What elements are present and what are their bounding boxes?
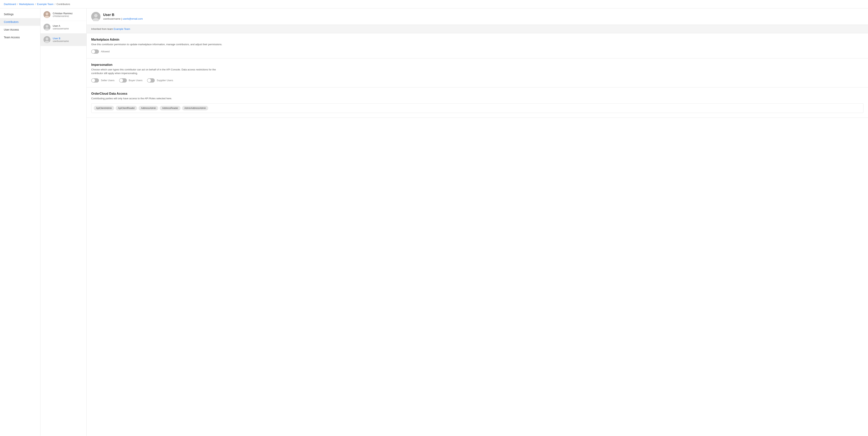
sidebar-item-contributors[interactable]: Contributors — [0, 18, 40, 26]
inherited-team-link[interactable]: Example Team — [114, 28, 130, 30]
avatar-usera — [43, 24, 51, 31]
contributor-name-crhistian: Crhistian Ramirez — [53, 12, 72, 15]
user-header: User B userbusername | userb@email.com — [87, 8, 868, 25]
contributor-info-userb: User B userbusername — [53, 37, 69, 42]
user-separator: | — [121, 17, 123, 20]
buyer-users-label: Buyer Users — [129, 79, 143, 82]
user-header-info: User B userbusername | userb@email.com — [103, 13, 143, 20]
breadcrumb-sep-2: / — [35, 3, 36, 6]
svg-point-7 — [45, 37, 48, 40]
contributor-name-usera: User A — [53, 25, 69, 27]
user-display-name: User B — [103, 13, 143, 17]
breadcrumb-example-team[interactable]: Example Team — [37, 3, 54, 6]
contributor-info-crhistian: Crhistian Ramirez crhistianramirez — [53, 12, 72, 18]
svg-point-4 — [45, 25, 48, 28]
tags-container: ApiClientAdminApiClientReaderAddressAdmi… — [91, 103, 863, 113]
main-content: User B userbusername | userb@email.com I… — [87, 8, 868, 436]
marketplace-admin-desc: Give this contributor permission to upda… — [91, 42, 226, 46]
marketplace-admin-title: Marketplace Admin — [91, 38, 863, 41]
buyer-users-toggle[interactable] — [119, 78, 127, 83]
svg-point-10 — [94, 14, 98, 17]
user-username-text: userbusername — [103, 17, 121, 20]
inherited-banner: Inherited from team Example Team — [87, 25, 868, 33]
marketplace-admin-toggle-label: Allowed — [101, 50, 110, 53]
breadcrumb-sep-3: / — [55, 3, 55, 6]
data-access-desc: Contributing parties will only have acce… — [91, 97, 226, 100]
user-email-link[interactable]: userb@email.com — [123, 17, 143, 20]
contributor-item-userb[interactable]: User B userbusername — [40, 33, 86, 46]
svg-point-1 — [45, 12, 48, 15]
tag-apiclientreader: ApiClientReader — [116, 106, 137, 111]
sidebar: Settings Contributors User Access Team A… — [0, 8, 40, 436]
tag-addressreader: AddressReader — [160, 106, 180, 111]
breadcrumb-dashboard[interactable]: Dashboard — [4, 3, 16, 6]
seller-users-label: Seller Users — [101, 79, 115, 82]
user-sub-info: userbusername | userb@email.com — [103, 17, 143, 20]
tag-apiclientadmin: ApiClientAdmin — [94, 106, 114, 111]
breadcrumb-sep-1: / — [17, 3, 18, 6]
contributor-name-userb[interactable]: User B — [53, 37, 69, 40]
breadcrumb: Dashboard / Marketplaces / Example Team … — [0, 0, 868, 8]
buyer-users-toggle-row: Buyer Users — [119, 78, 143, 83]
avatar-crhistian — [43, 11, 51, 18]
supplier-users-label: Supplier Users — [157, 79, 173, 82]
data-access-title: OrderCloud Data Access — [91, 92, 863, 95]
avatar-userb — [43, 36, 51, 43]
impersonation-section: Impersonation Choose which user types th… — [87, 59, 868, 87]
contributor-info-usera: User A userausername — [53, 25, 69, 30]
contributor-username-crhistian: crhistianramirez — [53, 15, 72, 18]
marketplace-admin-toggle[interactable] — [91, 50, 99, 54]
contributor-item-crhistian[interactable]: Crhistian Ramirez crhistianramirez — [40, 8, 86, 21]
impersonation-title: Impersonation — [91, 63, 863, 67]
breadcrumb-marketplaces[interactable]: Marketplaces — [19, 3, 34, 6]
impersonation-desc: Choose which user types this contributor… — [91, 68, 226, 75]
impersonation-toggles: Seller Users Buyer Users Supplier Users — [91, 78, 863, 83]
contributors-list: Crhistian Ramirez crhistianramirez User … — [40, 8, 87, 436]
supplier-users-toggle-row: Supplier Users — [147, 78, 173, 83]
avatar-userb-large — [91, 12, 100, 21]
tag-adminaddressadmin: AdminAddressAdmin — [182, 106, 208, 111]
supplier-users-toggle[interactable] — [147, 78, 155, 83]
layout: Settings Contributors User Access Team A… — [0, 8, 868, 436]
marketplace-admin-toggle-row: Allowed — [91, 50, 863, 54]
sidebar-item-user-access[interactable]: User Access — [0, 26, 40, 33]
contributor-username-usera: userausername — [53, 27, 69, 30]
breadcrumb-current: Contributors — [57, 3, 70, 6]
sidebar-item-team-access[interactable]: Team Access — [0, 33, 40, 41]
seller-users-toggle[interactable] — [91, 78, 99, 83]
inherited-text: Inherited from team — [91, 28, 113, 30]
sidebar-item-settings[interactable]: Settings — [0, 10, 40, 18]
contributor-item-usera[interactable]: User A userausername — [40, 21, 86, 33]
marketplace-admin-section: Marketplace Admin Give this contributor … — [87, 33, 868, 59]
data-access-section: OrderCloud Data Access Contributing part… — [87, 87, 868, 118]
contributor-username-userb: userbusername — [53, 40, 69, 42]
tag-addressadmin: AddressAdmin — [138, 106, 158, 111]
seller-users-toggle-row: Seller Users — [91, 78, 115, 83]
